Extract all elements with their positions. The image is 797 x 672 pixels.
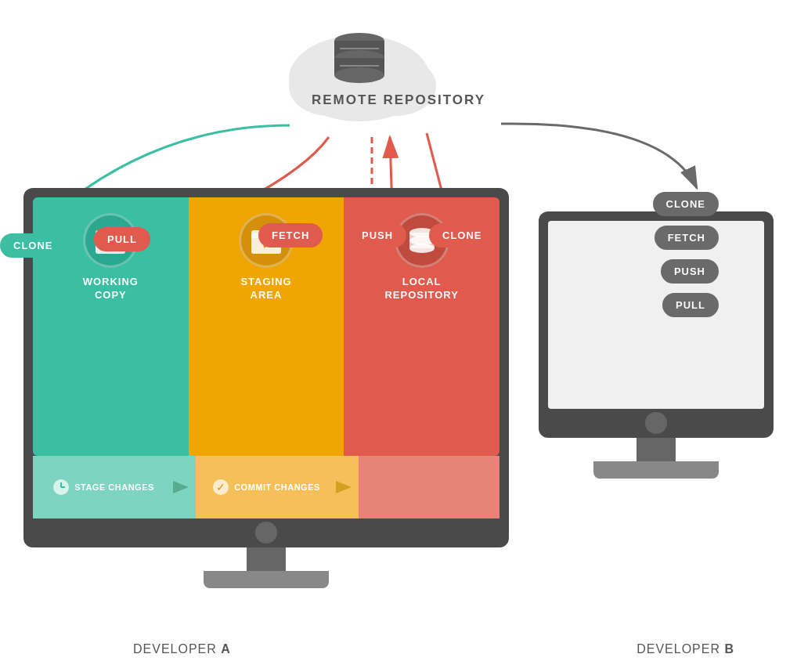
monitor-bottom-bar-a <box>33 522 499 544</box>
svg-point-6 <box>334 50 384 66</box>
svg-point-8 <box>334 67 384 83</box>
stage-changes-icon <box>52 479 70 496</box>
developer-a-label: DEVELOPER A <box>133 642 231 656</box>
svg-marker-35 <box>336 481 352 493</box>
svg-text:✓: ✓ <box>216 481 225 493</box>
monitor-button-a <box>255 522 277 544</box>
stand-neck-a <box>247 547 286 571</box>
monitor-button-b <box>645 412 667 434</box>
staging-area-title: STAGING AREA <box>240 276 291 302</box>
stand-neck-b <box>637 438 676 461</box>
badge-clone-mid: CLONE <box>429 223 496 247</box>
badge-fetch-b: FETCH <box>655 226 719 250</box>
developer-b-label: DEVELOPER B <box>637 642 734 656</box>
svg-point-0 <box>289 35 430 121</box>
badge-clone-b: CLONE <box>653 192 719 216</box>
svg-point-4 <box>334 33 384 49</box>
badge-pull-b: PULL <box>662 293 719 317</box>
svg-marker-32 <box>173 481 189 493</box>
commit-changes-icon: ✓ <box>212 479 229 496</box>
svg-rect-7 <box>334 58 384 75</box>
monitor-b <box>539 211 774 479</box>
monitor-stand-a <box>23 547 509 588</box>
bottom-strip: STAGE CHANGES ✓ COMMIT CHANGES <box>33 456 499 518</box>
badge-pull: PULL <box>94 227 150 251</box>
badge-clone-left: CLONE <box>0 233 67 258</box>
badge-push: PUSH <box>348 223 406 247</box>
stand-base-b <box>593 461 719 479</box>
diagram-container: REMOTE REPOSITORY WORKING C <box>0 0 797 672</box>
working-copy-title: WORKING COPY <box>83 276 139 302</box>
monitor-bottom-bar-b <box>548 412 764 434</box>
commit-changes-label: COMMIT CHANGES <box>234 482 320 493</box>
badge-fetch: FETCH <box>258 223 323 247</box>
stand-base-a <box>204 571 329 588</box>
stage-changes-label: STAGE CHANGES <box>74 482 154 493</box>
remote-repo-label: REMOTE REPOSITORY <box>312 92 485 108</box>
bottom-wc: STAGE CHANGES <box>33 456 174 518</box>
bottom-lr <box>359 456 499 518</box>
badge-push-b: PUSH <box>661 259 719 284</box>
monitor-stand-b <box>539 438 774 479</box>
bottom-sa: ✓ COMMIT CHANGES <box>196 456 337 518</box>
svg-rect-5 <box>334 41 384 58</box>
local-repo-title: LOCAL REPOSITORY <box>384 276 459 302</box>
